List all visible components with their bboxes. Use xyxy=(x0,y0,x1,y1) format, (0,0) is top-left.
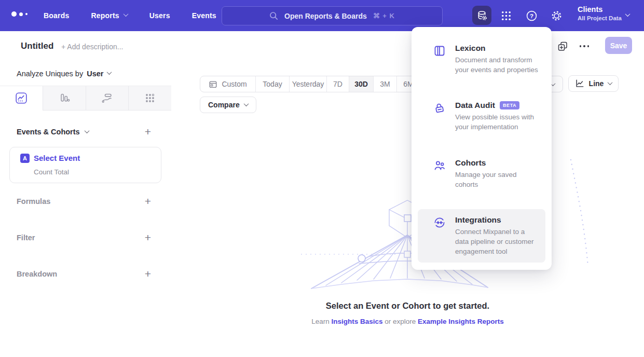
data-management-menu: Lexicon Document and transform your even… xyxy=(412,27,552,270)
range-7d[interactable]: 7D xyxy=(327,76,349,92)
question-circle-icon: ? xyxy=(526,10,538,22)
nav-item-label: Events xyxy=(192,11,216,20)
range-label: 30D xyxy=(354,80,368,88)
chevron-down-icon xyxy=(84,128,89,133)
tab-line-chart[interactable] xyxy=(0,86,43,111)
range-custom[interactable]: Custom xyxy=(200,76,256,92)
data-management-button[interactable] xyxy=(472,6,491,25)
report-canvas: Custom Today Yesterday 7D 30D 3M 6M 12M … xyxy=(171,61,644,357)
nav-item-reports[interactable]: Reports xyxy=(91,11,127,20)
integrations-sync-icon xyxy=(433,216,446,229)
mixpanel-logo xyxy=(11,11,28,17)
events-cohorts-header[interactable]: Events & Cohorts xyxy=(17,128,89,136)
chart-type-label: Line xyxy=(589,79,604,88)
help-button[interactable]: ? xyxy=(525,9,538,22)
range-label: 3M xyxy=(380,80,390,88)
top-nav: Boards Reports Users Events Open Reports… xyxy=(0,0,644,31)
nav-item-label: Reports xyxy=(91,11,119,20)
insights-basics-link[interactable]: Insights Basics xyxy=(331,318,382,325)
analyze-label: Analyze Uniques by xyxy=(17,70,83,78)
calendar-icon xyxy=(209,80,217,89)
database-gear-icon xyxy=(476,9,488,22)
nav-item-boards[interactable]: Boards xyxy=(44,11,69,20)
chart-type-dropdown[interactable]: Line xyxy=(568,75,619,92)
menu-item-integrations[interactable]: Integrations Connect Mixpanel to a data … xyxy=(418,209,545,263)
app-window: Boards Reports Users Events Open Reports… xyxy=(0,0,644,357)
more-options-button[interactable] xyxy=(577,42,592,51)
range-label: Today xyxy=(263,80,282,88)
event-row[interactable]: A Select Event Count Total xyxy=(9,147,161,183)
range-label: Custom xyxy=(222,80,246,88)
lexicon-book-icon xyxy=(433,45,446,57)
add-filter-button[interactable]: + xyxy=(143,234,153,243)
cohorts-people-icon xyxy=(433,159,446,172)
analyze-uniques-row: Analyze Uniques by User xyxy=(0,61,171,86)
event-letter-badge: A xyxy=(20,154,30,163)
query-builder-sidebar: Analyze Uniques by User xyxy=(0,61,172,357)
data-audit-lock-icon xyxy=(433,102,446,114)
range-today[interactable]: Today xyxy=(256,76,290,92)
gear-icon xyxy=(551,10,563,22)
nav-links: Boards Reports Users Events xyxy=(44,0,216,31)
range-3m[interactable]: 3M xyxy=(374,76,397,92)
select-event-button[interactable]: Select Event xyxy=(34,154,80,162)
range-label: 7D xyxy=(333,80,342,88)
search-placeholder: Open Reports & Boards xyxy=(284,12,367,20)
example-reports-link[interactable]: Example Insights Reports xyxy=(418,318,504,325)
menu-item-description: Document and transform your events and p… xyxy=(455,55,539,75)
analyze-by-value: User xyxy=(87,70,103,78)
tab-metrics-grid[interactable] xyxy=(128,86,171,111)
report-title[interactable]: Untitled xyxy=(21,41,53,51)
compare-dropdown[interactable]: Compare xyxy=(200,97,256,113)
tab-flow-chart[interactable] xyxy=(86,86,129,111)
add-formula-button[interactable]: + xyxy=(143,197,153,207)
chevron-down-icon xyxy=(608,80,613,85)
menu-item-cohorts[interactable]: Cohorts Manage your saved cohorts xyxy=(418,152,545,196)
settings-button[interactable] xyxy=(550,9,563,22)
add-description-field[interactable]: + Add description... xyxy=(61,43,123,51)
beta-badge: BETA xyxy=(500,101,519,109)
compare-label: Compare xyxy=(208,101,240,109)
apps-grid-button[interactable] xyxy=(500,9,512,22)
events-cohorts-label: Events & Cohorts xyxy=(17,128,80,136)
tab-bar-chart[interactable] xyxy=(43,86,86,111)
empty-state-title: Select an Event or Cohort to get started… xyxy=(171,301,644,311)
range-30d-selected[interactable]: 30D xyxy=(349,76,374,92)
flow-icon xyxy=(101,92,113,104)
add-event-button[interactable]: + xyxy=(143,128,153,137)
analyze-by-dropdown[interactable]: User xyxy=(87,70,111,78)
search-shortcut: ⌘ + K xyxy=(373,12,395,20)
chevron-down-icon xyxy=(107,70,112,75)
nav-item-label: Boards xyxy=(44,11,69,20)
filter-label: Filter xyxy=(17,234,35,242)
global-search-button[interactable]: Open Reports & Boards ⌘ + K xyxy=(222,6,443,25)
learn-prefix: Learn xyxy=(311,318,331,325)
filter-section: Filter xyxy=(17,234,35,242)
explore-text: or explore xyxy=(382,318,418,325)
line-chart-icon xyxy=(575,79,584,88)
project-switcher[interactable]: Clients All Project Data xyxy=(578,5,622,21)
menu-item-data-audit[interactable]: Data AuditBETA View possible issues with… xyxy=(418,94,545,138)
menu-item-title: Lexicon xyxy=(455,44,486,53)
menu-item-description: View possible issues with your implement… xyxy=(455,112,539,132)
menu-item-title: Cohorts xyxy=(455,158,486,168)
menu-item-lexicon[interactable]: Lexicon Document and transform your even… xyxy=(418,37,545,81)
project-name: All Project Data xyxy=(578,15,622,21)
duplicate-report-button[interactable] xyxy=(556,39,569,53)
nav-item-users[interactable]: Users xyxy=(149,11,170,20)
range-yesterday[interactable]: Yesterday xyxy=(290,76,327,92)
chevron-down-icon xyxy=(625,11,631,17)
nav-item-events[interactable]: Events xyxy=(192,11,216,20)
svg-text:?: ? xyxy=(529,12,533,19)
grid-icon xyxy=(500,10,512,22)
line-chart-icon xyxy=(15,92,28,104)
formulas-section: Formulas xyxy=(17,197,50,205)
breakdown-label: Breakdown xyxy=(17,270,57,278)
add-breakdown-button[interactable]: + xyxy=(143,270,153,279)
count-total-dropdown[interactable]: Count Total xyxy=(34,168,69,176)
nav-item-label: Users xyxy=(149,11,170,20)
copy-plus-icon xyxy=(558,42,568,51)
chart-type-tabs xyxy=(0,86,171,111)
breakdown-section: Breakdown xyxy=(17,270,57,278)
save-button[interactable]: Save xyxy=(605,37,632,54)
